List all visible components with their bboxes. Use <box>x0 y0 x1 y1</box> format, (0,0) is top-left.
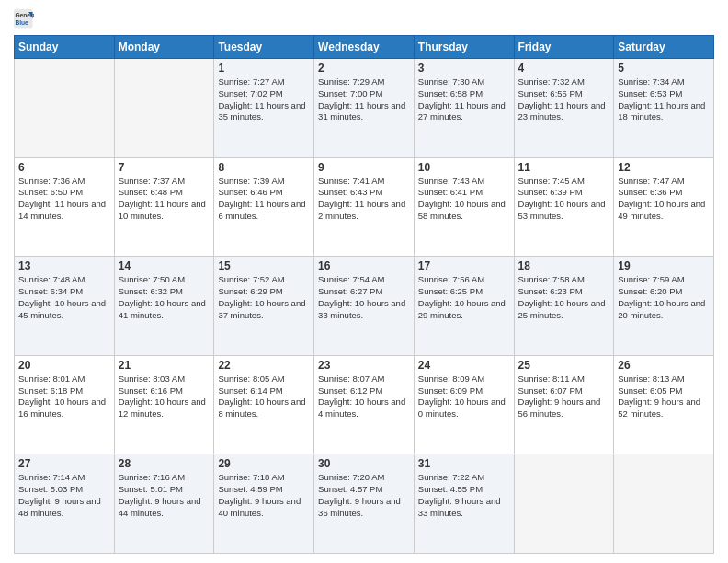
calendar-day-cell: 21Sunrise: 8:03 AM Sunset: 6:16 PM Dayli… <box>114 355 214 454</box>
calendar-header-friday: Friday <box>514 36 614 59</box>
calendar-day-cell: 30Sunrise: 7:20 AM Sunset: 4:57 PM Dayli… <box>314 454 415 554</box>
day-number: 5 <box>618 62 710 75</box>
day-info: Sunrise: 8:11 AM Sunset: 6:07 PM Dayligh… <box>518 373 610 420</box>
day-number: 24 <box>418 359 510 372</box>
day-info: Sunrise: 8:01 AM Sunset: 6:18 PM Dayligh… <box>18 373 110 420</box>
calendar-day-cell: 19Sunrise: 7:59 AM Sunset: 6:20 PM Dayli… <box>614 257 714 356</box>
day-info: Sunrise: 7:18 AM Sunset: 4:59 PM Dayligh… <box>218 472 310 519</box>
day-info: Sunrise: 7:27 AM Sunset: 7:02 PM Dayligh… <box>218 76 310 123</box>
calendar-header-monday: Monday <box>114 36 214 59</box>
calendar-week-row: 6Sunrise: 7:36 AM Sunset: 6:50 PM Daylig… <box>15 157 714 257</box>
logo: General Blue <box>14 9 38 29</box>
day-info: Sunrise: 7:50 AM Sunset: 6:32 PM Dayligh… <box>119 274 210 321</box>
calendar-day-cell <box>15 59 115 158</box>
day-number: 3 <box>418 62 510 75</box>
calendar-day-cell <box>114 59 214 158</box>
day-info: Sunrise: 7:41 AM Sunset: 6:43 PM Dayligh… <box>318 176 410 223</box>
calendar-day-cell: 22Sunrise: 8:05 AM Sunset: 6:14 PM Dayli… <box>214 355 314 454</box>
calendar-day-cell: 13Sunrise: 7:48 AM Sunset: 6:34 PM Dayli… <box>15 257 115 356</box>
day-number: 21 <box>119 359 210 372</box>
day-number: 27 <box>18 457 110 470</box>
day-info: Sunrise: 8:07 AM Sunset: 6:12 PM Dayligh… <box>318 373 410 420</box>
calendar-day-cell: 9Sunrise: 7:41 AM Sunset: 6:43 PM Daylig… <box>314 157 415 257</box>
day-info: Sunrise: 7:22 AM Sunset: 4:55 PM Dayligh… <box>418 472 510 519</box>
calendar-day-cell: 24Sunrise: 8:09 AM Sunset: 6:09 PM Dayli… <box>414 355 514 454</box>
day-number: 9 <box>318 161 410 174</box>
day-info: Sunrise: 8:03 AM Sunset: 6:16 PM Dayligh… <box>119 373 210 420</box>
calendar-day-cell: 12Sunrise: 7:47 AM Sunset: 6:36 PM Dayli… <box>614 157 714 257</box>
calendar-day-cell: 8Sunrise: 7:39 AM Sunset: 6:46 PM Daylig… <box>214 157 314 257</box>
day-number: 18 <box>518 259 610 272</box>
day-info: Sunrise: 7:52 AM Sunset: 6:29 PM Dayligh… <box>218 274 310 321</box>
calendar-day-cell: 4Sunrise: 7:32 AM Sunset: 6:55 PM Daylig… <box>514 59 614 158</box>
header: General Blue <box>14 9 714 29</box>
day-number: 15 <box>218 259 310 272</box>
calendar-day-cell: 26Sunrise: 8:13 AM Sunset: 6:05 PM Dayli… <box>614 355 714 454</box>
day-number: 6 <box>18 161 110 174</box>
calendar-week-row: 1Sunrise: 7:27 AM Sunset: 7:02 PM Daylig… <box>15 59 714 158</box>
calendar-header-saturday: Saturday <box>614 36 714 59</box>
calendar-day-cell: 29Sunrise: 7:18 AM Sunset: 4:59 PM Dayli… <box>214 454 314 554</box>
calendar-week-row: 13Sunrise: 7:48 AM Sunset: 6:34 PM Dayli… <box>15 257 714 356</box>
day-info: Sunrise: 7:47 AM Sunset: 6:36 PM Dayligh… <box>618 176 710 223</box>
day-info: Sunrise: 8:09 AM Sunset: 6:09 PM Dayligh… <box>418 373 510 420</box>
calendar-day-cell: 7Sunrise: 7:37 AM Sunset: 6:48 PM Daylig… <box>114 157 214 257</box>
day-info: Sunrise: 7:56 AM Sunset: 6:25 PM Dayligh… <box>418 274 510 321</box>
calendar-day-cell: 11Sunrise: 7:45 AM Sunset: 6:39 PM Dayli… <box>514 157 614 257</box>
day-number: 20 <box>18 359 110 372</box>
day-info: Sunrise: 8:13 AM Sunset: 6:05 PM Dayligh… <box>618 373 710 420</box>
calendar-day-cell <box>514 454 614 554</box>
svg-text:Blue: Blue <box>15 19 28 26</box>
day-number: 7 <box>119 161 210 174</box>
day-number: 14 <box>119 259 210 272</box>
calendar-header-tuesday: Tuesday <box>214 36 314 59</box>
calendar-week-row: 20Sunrise: 8:01 AM Sunset: 6:18 PM Dayli… <box>15 355 714 454</box>
day-info: Sunrise: 7:29 AM Sunset: 7:00 PM Dayligh… <box>318 76 410 123</box>
day-number: 19 <box>618 259 710 272</box>
page: General Blue SundayMondayTuesdayWednesda… <box>0 0 728 563</box>
calendar-day-cell: 5Sunrise: 7:34 AM Sunset: 6:53 PM Daylig… <box>614 59 714 158</box>
day-number: 25 <box>518 359 610 372</box>
calendar-day-cell: 6Sunrise: 7:36 AM Sunset: 6:50 PM Daylig… <box>15 157 115 257</box>
calendar-week-row: 27Sunrise: 7:14 AM Sunset: 5:03 PM Dayli… <box>15 454 714 554</box>
day-info: Sunrise: 8:05 AM Sunset: 6:14 PM Dayligh… <box>218 373 310 420</box>
calendar-header-wednesday: Wednesday <box>314 36 415 59</box>
calendar-header-sunday: Sunday <box>15 36 115 59</box>
calendar-day-cell: 3Sunrise: 7:30 AM Sunset: 6:58 PM Daylig… <box>414 59 514 158</box>
day-info: Sunrise: 7:34 AM Sunset: 6:53 PM Dayligh… <box>618 76 710 123</box>
day-info: Sunrise: 7:45 AM Sunset: 6:39 PM Dayligh… <box>518 176 610 223</box>
calendar-day-cell: 17Sunrise: 7:56 AM Sunset: 6:25 PM Dayli… <box>414 257 514 356</box>
calendar-day-cell <box>614 454 714 554</box>
day-number: 13 <box>18 259 110 272</box>
day-info: Sunrise: 7:43 AM Sunset: 6:41 PM Dayligh… <box>418 176 510 223</box>
day-info: Sunrise: 7:30 AM Sunset: 6:58 PM Dayligh… <box>418 76 510 123</box>
calendar-day-cell: 2Sunrise: 7:29 AM Sunset: 7:00 PM Daylig… <box>314 59 415 158</box>
day-number: 22 <box>218 359 310 372</box>
day-number: 4 <box>518 62 610 75</box>
calendar-day-cell: 1Sunrise: 7:27 AM Sunset: 7:02 PM Daylig… <box>214 59 314 158</box>
calendar-header-thursday: Thursday <box>414 36 514 59</box>
day-number: 28 <box>119 457 210 470</box>
calendar-day-cell: 16Sunrise: 7:54 AM Sunset: 6:27 PM Dayli… <box>314 257 415 356</box>
day-info: Sunrise: 7:32 AM Sunset: 6:55 PM Dayligh… <box>518 76 610 123</box>
day-info: Sunrise: 7:48 AM Sunset: 6:34 PM Dayligh… <box>18 274 110 321</box>
day-number: 23 <box>318 359 410 372</box>
day-info: Sunrise: 7:20 AM Sunset: 4:57 PM Dayligh… <box>318 472 410 519</box>
calendar-day-cell: 28Sunrise: 7:16 AM Sunset: 5:01 PM Dayli… <box>114 454 214 554</box>
calendar-day-cell: 10Sunrise: 7:43 AM Sunset: 6:41 PM Dayli… <box>414 157 514 257</box>
day-number: 29 <box>218 457 310 470</box>
day-info: Sunrise: 7:14 AM Sunset: 5:03 PM Dayligh… <box>18 472 110 519</box>
day-info: Sunrise: 7:59 AM Sunset: 6:20 PM Dayligh… <box>618 274 710 321</box>
day-info: Sunrise: 7:37 AM Sunset: 6:48 PM Dayligh… <box>119 176 210 223</box>
day-info: Sunrise: 7:16 AM Sunset: 5:01 PM Dayligh… <box>119 472 210 519</box>
day-info: Sunrise: 7:58 AM Sunset: 6:23 PM Dayligh… <box>518 274 610 321</box>
calendar-day-cell: 20Sunrise: 8:01 AM Sunset: 6:18 PM Dayli… <box>15 355 115 454</box>
calendar-header-row: SundayMondayTuesdayWednesdayThursdayFrid… <box>15 36 714 59</box>
calendar-day-cell: 18Sunrise: 7:58 AM Sunset: 6:23 PM Dayli… <box>514 257 614 356</box>
day-number: 10 <box>418 161 510 174</box>
day-number: 11 <box>518 161 610 174</box>
day-number: 31 <box>418 457 510 470</box>
day-number: 17 <box>418 259 510 272</box>
generalblue-logo-icon: General Blue <box>14 9 34 29</box>
day-number: 26 <box>618 359 710 372</box>
